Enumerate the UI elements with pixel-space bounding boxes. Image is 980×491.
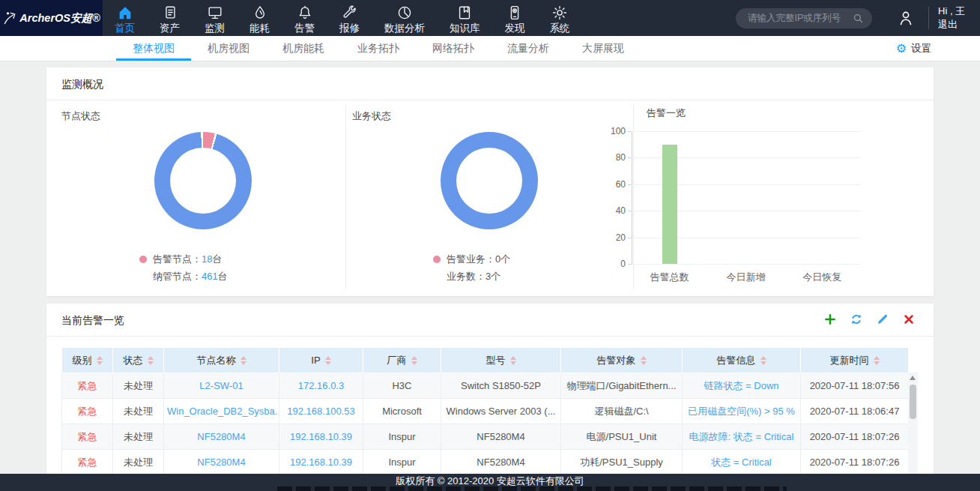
refresh-button[interactable] [850,313,863,326]
monitor-icon [207,4,223,21]
table-row[interactable]: 紧急未处理NF5280M4192.168.10.39InspurNF5280M4… [62,424,909,450]
nav-item-home[interactable]: 首页 [115,2,135,34]
cell[interactable]: 已用磁盘空间(%) > 95 % [683,399,801,424]
edit-button[interactable] [876,313,889,326]
column-header-5[interactable]: 厂商 [363,348,441,373]
column-header-4[interactable]: IP [279,348,363,373]
tab-7[interactable]: 大屏展现 [566,36,641,61]
tab-3[interactable]: 机房能耗 [266,36,341,61]
sort-arrows-icon[interactable] [148,356,154,365]
tab-1[interactable]: 整体视图 [116,36,191,61]
cell: 2020-07-11 18:06:47 [801,399,909,424]
nav-item-system[interactable]: 系统 [550,2,570,34]
column-header-6[interactable]: 型号 [441,348,561,373]
cell[interactable]: 电源故障: 状态 = Critical [683,424,801,450]
table-row[interactable]: 紧急未处理NF5280M4192.168.10.39InspurNF5280M4… [62,450,909,475]
energy-icon [252,4,268,21]
scrollbar-up-arrow[interactable] [910,376,916,380]
cell[interactable]: NF5280M4 [164,450,279,475]
tab-5[interactable]: 网络拓扑 [416,36,491,61]
column-header-7[interactable]: 告警对象 [561,348,683,373]
nav-item-monitor[interactable]: 监测 [205,2,225,34]
tab-2[interactable]: 机房视图 [191,36,266,61]
overview-divider [46,100,934,100]
legend-value: 18 [202,253,212,265]
sort-arrows-icon[interactable] [510,356,516,365]
table-row[interactable]: 紧急未处理Win_Oracle_DB2_Sysba...192.168.100.… [62,399,909,424]
sort-arrows-icon[interactable] [874,356,880,365]
cell: 2020-07-11 18:07:56 [801,373,909,399]
legend-label: 业务数： [447,270,486,283]
archeros-logo[interactable]: ArcherOS安超® [0,0,103,36]
cell[interactable]: 192.168.100.53 [279,399,363,424]
legend-value: 461 [202,271,218,282]
search-icon[interactable] [852,12,865,25]
sort-arrows-icon[interactable] [760,356,766,365]
column-label: 级别 [73,354,92,367]
cell: 未处理 [113,373,164,399]
y-tick-label: 40 [596,205,626,216]
cell: 逻辑磁盘/C:\ [561,399,683,424]
y-tick-mark [628,131,632,132]
column-label: 状态 [124,354,143,367]
delete-button[interactable] [902,313,916,326]
sort-arrows-icon[interactable] [325,356,331,365]
legend-unit: 个 [491,270,500,283]
cell[interactable]: 192.168.10.39 [279,450,363,475]
column-header-2[interactable]: 状态 [113,348,164,373]
x-category-label: 告警总数 [636,271,704,284]
y-tick-label: 80 [596,152,626,163]
cell[interactable]: 链路状态 = Down [683,373,801,399]
cell[interactable]: 192.168.10.39 [279,424,363,450]
cell[interactable]: NF5280M4 [164,424,279,450]
cell: Windows Server 2003 (... [441,399,561,424]
sort-arrows-icon[interactable] [411,356,417,365]
nav-item-knowledge[interactable]: 知识库 [450,2,480,34]
cell[interactable]: L2-SW-01 [164,373,279,399]
sort-arrows-icon[interactable] [241,356,246,365]
add-button[interactable] [823,313,837,326]
y-tick-mark [628,211,632,211]
scrollbar-thumb[interactable] [910,385,916,419]
cell[interactable]: 状态 = Critical [683,450,801,475]
sort-arrows-icon[interactable] [97,356,103,365]
tab-6[interactable]: 流量分析 [491,36,566,61]
x-category-label: 今日新增 [713,271,780,284]
y-tick-label: 0 [596,259,626,269]
cell: 紧急 [62,424,113,450]
top-navbar: ArcherOS安超® 首页资产监测能耗告警报修数据分析知识库发现系统 Hi ,… [0,0,980,36]
column-label: 型号 [486,354,506,367]
legend-unit: 台 [212,253,222,266]
user-divider [928,7,929,29]
bar-告警总数 [662,145,677,264]
nav-item-repair[interactable]: 报修 [339,2,360,34]
sort-arrows-icon[interactable] [641,356,647,365]
global-search[interactable] [736,8,872,28]
system-icon [551,4,568,21]
table-row[interactable]: 紧急未处理L2-SW-01172.16.0.3H3CSwitch S1850-5… [62,373,909,399]
search-input[interactable] [746,12,852,24]
nav-item-alarm[interactable]: 告警 [294,2,315,34]
column-header-1[interactable]: 级别 [62,348,113,373]
cell[interactable]: Win_Oracle_DB2_Sysba... [164,399,279,424]
column-header-8[interactable]: 告警信息 [683,348,801,373]
cutoff-taskbar-blocks [277,487,787,491]
logout-link[interactable]: 退出 [938,18,980,31]
column-header-9[interactable]: 更新时间 [801,348,909,373]
nav-item-discover[interactable]: 发现 [505,2,525,34]
alarms-title: 当前告警一览 [61,314,124,328]
dashboard-page: ArcherOS安超® 首页资产监测能耗告警报修数据分析知识库发现系统 Hi ,… [0,0,980,491]
tab-4[interactable]: 业务拓扑 [341,36,416,61]
nav-item-analysis[interactable]: 数据分析 [384,2,425,34]
column-header-3[interactable]: 节点名称 [164,348,279,373]
repair-icon [342,4,358,21]
nav-item-assets[interactable]: 资产 [160,2,180,34]
view-tabs: 整体视图机房视图机房能耗业务拓扑网络拓扑流量分析大屏展现 [116,36,641,61]
legend-row: 纳管节点：461台 [139,268,228,285]
cell[interactable]: 172.16.0.3 [279,373,363,399]
user-avatar[interactable] [897,9,915,27]
settings-button[interactable]: ⚙ 设置 [896,36,931,61]
cell: 功耗/PSU1_Supply [561,450,683,475]
legend-dot [139,256,147,263]
nav-item-energy[interactable]: 能耗 [249,2,270,34]
